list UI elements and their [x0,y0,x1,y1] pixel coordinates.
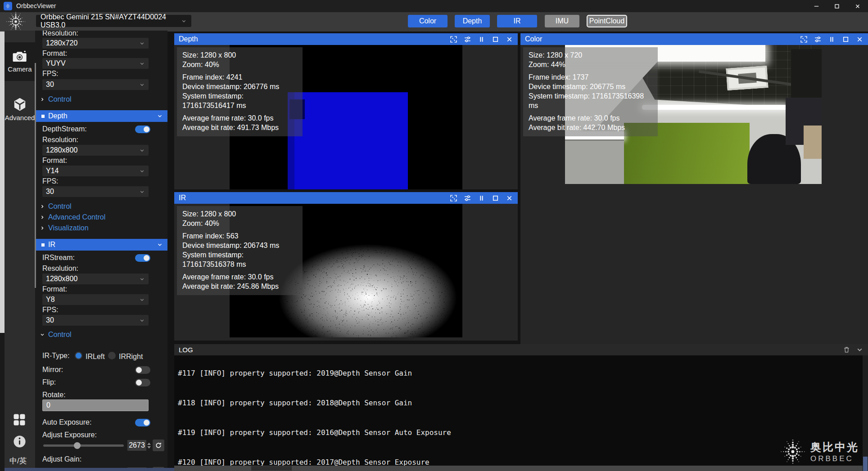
pointcloud-stream-button[interactable]: PointCloud [587,15,627,27]
color-format-select[interactable]: YUYV [42,58,149,69]
depth-panel-title: Depth [179,35,198,43]
fit-to-window-icon[interactable] [450,36,457,43]
color-panel: Color [520,33,868,344]
depth-resolution-label: Resolution: [42,136,78,144]
stat-line: Frame index: 4241 [182,72,297,82]
control-panel-scrollbar[interactable] [35,63,36,288]
settings-sliders-icon[interactable] [464,36,471,43]
depth-stream-button[interactable]: Depth [455,15,490,27]
info-icon[interactable] [12,434,27,449]
rotate-select[interactable]: 0 [42,399,149,411]
exposure-spinner[interactable] [147,440,151,451]
color-control-link-label: Control [48,95,72,103]
clear-log-trash-icon[interactable] [843,346,850,354]
pause-icon[interactable] [828,36,836,43]
bottom-scrollbar-band[interactable] [5,468,174,471]
ir-stream-button[interactable]: IR [497,15,537,27]
depth-fps-select[interactable]: 30 [42,186,149,197]
log-vertical-scrollbar[interactable] [863,355,868,471]
color-image-light-tube [642,105,788,110]
color-resolution-select[interactable]: 1280x720 [42,38,149,49]
irright-radio-label: IRRight [119,353,143,361]
depth-panel-header[interactable]: Depth [174,33,518,45]
left-scrollbar-thumb[interactable] [0,31,5,333]
chevron-down-icon [139,276,145,282]
color-fps-label: FPS: [42,70,59,78]
ir-section-header[interactable]: IR [35,239,167,251]
close-icon[interactable] [856,36,863,43]
ir-control-link-expanded[interactable]: Control [40,331,72,339]
auto-exposure-toggle[interactable] [135,419,150,426]
color-panel-header[interactable]: Color [520,33,868,45]
close-icon[interactable] [506,194,513,202]
sidebar-camera-label: Camera [8,65,32,73]
stat-line: Zoom: 40% [182,219,297,228]
device-selector[interactable]: Orbbec Gemini 215 SN#AYZT44D0024 USB3.0 [36,15,191,27]
exposure-reset-button[interactable] [153,440,164,451]
maximize-icon[interactable] [492,36,499,43]
log-vertical-scrollbar-thumb[interactable] [863,457,868,471]
log-line: #120 [INFO] property supported: 2017@Dep… [178,458,568,466]
irright-radio[interactable] [108,352,116,359]
fit-to-window-icon[interactable] [800,36,808,43]
depth-stats-overlay: Size: 1280 x 800 Zoom: 40% Frame index: … [177,47,303,136]
log-horizontal-scrollbar[interactable] [174,466,863,471]
maximize-window-button[interactable] [827,0,847,12]
settings-sliders-icon[interactable] [814,36,822,43]
stat-line: Size: 1280 x 800 [182,209,297,219]
sidebar-item-camera[interactable]: Camera [5,42,35,81]
stat-line: Average frame rate: 30.0 fps [182,272,297,282]
ir-panel-header[interactable]: IR [174,192,518,204]
collapse-log-chevron-icon[interactable] [856,346,863,354]
stat-line: Size: 1280 x 720 [529,50,652,60]
close-window-button[interactable] [847,0,868,12]
depthstream-toggle[interactable] [135,126,150,133]
minimize-window-button[interactable] [806,0,827,12]
chevron-down-icon [139,148,145,153]
color-resolution-value: 1280x720 [46,39,77,47]
irstream-toggle[interactable] [135,254,150,262]
sidebar-item-advanced[interactable]: Advanced [5,90,35,129]
exposure-slider-thumb[interactable] [74,442,81,449]
left-scrollbar-track[interactable] [0,31,5,471]
log-line: #119 [INFO] property supported: 2016@Dep… [178,428,568,438]
depth-format-select[interactable]: Y14 [42,166,149,176]
maximize-icon[interactable] [842,36,850,43]
exposure-slider-track[interactable] [43,444,124,447]
depth-control-link[interactable]: Control [40,202,72,211]
color-stream-button[interactable]: Color [408,15,448,27]
ir-resolution-select[interactable]: 1280x800 [42,274,149,284]
settings-sliders-icon[interactable] [464,194,471,202]
close-icon[interactable] [506,36,513,43]
log-horizontal-scrollbar-thumb[interactable] [251,466,292,471]
chevron-down-icon [139,318,145,323]
mirror-toggle[interactable] [135,366,150,374]
chevron-down-icon [139,189,145,195]
refresh-icon [155,442,162,449]
apps-grid-icon[interactable] [13,413,26,426]
depth-section-header[interactable]: Depth [35,110,167,122]
depth-visualization-link[interactable]: Visualization [40,224,89,232]
maximize-icon[interactable] [492,194,499,202]
chevron-down-icon [139,168,145,174]
ir-format-select[interactable]: Y8 [42,294,149,305]
ir-fps-select[interactable]: 30 [42,315,149,326]
pause-icon[interactable] [478,36,485,43]
exposure-value-box[interactable]: 2673 [127,440,146,451]
color-format-label: Format: [42,49,67,58]
depth-advanced-control-link[interactable]: Advanced Control [40,213,105,221]
language-toggle[interactable]: 中/英 [9,456,27,466]
depth-resolution-select[interactable]: 1280x800 [42,145,149,156]
flip-toggle[interactable] [135,379,150,386]
auto-exposure-label: Auto Exposure: [42,418,91,426]
irleft-radio-label: IRLeft [86,353,105,361]
depth-format-value: Y14 [46,167,59,175]
pause-icon[interactable] [478,194,485,202]
irleft-radio[interactable] [75,352,82,359]
color-control-link[interactable]: Control [40,95,72,103]
fit-to-window-icon[interactable] [450,194,457,202]
color-fps-select[interactable]: 30 [42,79,149,90]
imu-stream-button[interactable]: IMU [545,15,579,27]
bullet-icon [41,115,45,118]
stat-line: System timestamp: 1716173516378 ms [182,250,297,269]
